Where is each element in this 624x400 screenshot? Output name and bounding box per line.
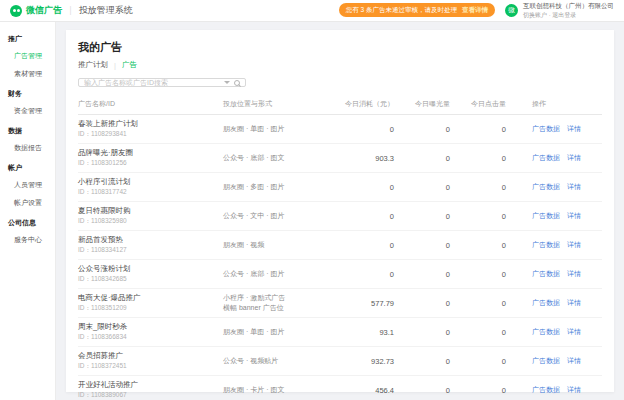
spend-cell: 932.73: [338, 357, 410, 366]
tab-campaigns[interactable]: 推广计划: [78, 60, 108, 70]
actions-cell: 广告数据详情: [522, 211, 602, 221]
search-box[interactable]: [78, 78, 246, 87]
click-cell: 0: [466, 270, 522, 279]
row-action-link[interactable]: 广告数据: [532, 386, 560, 393]
click-cell: 0: [466, 241, 522, 250]
row-action-link[interactable]: 详情: [567, 270, 581, 277]
row-action-link[interactable]: 广告数据: [532, 125, 560, 132]
sidebar-item[interactable]: 广告管理: [0, 47, 55, 65]
ad-name-link[interactable]: 开业好礼活动推广: [78, 380, 217, 390]
account-block[interactable]: 微 互联创想科技（广州）有限公司 切换账户 · 退出登录: [505, 2, 614, 19]
ad-name-link[interactable]: 公众号涨粉计划: [78, 264, 217, 274]
row-action-link[interactable]: 详情: [567, 125, 581, 132]
ad-id: ID：1108334127: [78, 246, 217, 255]
placement-cell: 小程序 · 激励式广告横幅 banner 广告位: [223, 293, 338, 313]
click-cell: 0: [466, 212, 522, 221]
ad-name-link[interactable]: 电商大促·爆品推广: [78, 293, 217, 303]
row-action-link[interactable]: 广告数据: [532, 212, 560, 219]
ad-name-link[interactable]: 品牌曝光·朋友圈: [78, 148, 217, 158]
tab-bar: 推广计划 | 广告: [78, 60, 602, 70]
ad-name-link[interactable]: 周末_限时秒杀: [78, 322, 217, 332]
notice-action-link[interactable]: 查看详情: [462, 6, 488, 15]
ad-cell: 夏日特惠限时购ID：1108325980: [78, 206, 223, 226]
click-cell: 0: [466, 154, 522, 163]
spend-cell: 0: [338, 125, 410, 134]
placement-line: 公众号 · 视频贴片: [223, 356, 332, 366]
column-header: 今日消耗（元）: [338, 99, 410, 109]
click-cell: 0: [466, 183, 522, 192]
ad-id: ID：1108325980: [78, 217, 217, 226]
page-title: 我的广告: [78, 40, 602, 55]
placement-line: 公众号 · 文中 · 图片: [223, 211, 332, 221]
row-action-link[interactable]: 广告数据: [532, 357, 560, 364]
sidebar-item[interactable]: 服务中心: [0, 231, 55, 249]
main-layout: 推广广告管理素材管理财务资金管理数据数据报告帐户人员管理帐户设置公司信息服务中心…: [0, 22, 624, 400]
actions-cell: 广告数据详情: [522, 298, 602, 308]
content-card: 我的广告 推广计划 | 广告 广告名称/ID投放位置与形式今日消耗（元）今日曝光…: [66, 30, 614, 392]
topbar-right: 您有 3 条广告未通过审核，请及时处理 查看详情 微 互联创想科技（广州）有限公…: [339, 2, 614, 19]
ad-name-link[interactable]: 夏日特惠限时购: [78, 206, 217, 216]
tab-ads[interactable]: 广告: [122, 60, 137, 70]
sidebar-section-header: 数据: [0, 120, 55, 139]
row-action-link[interactable]: 详情: [567, 386, 581, 393]
row-action-link[interactable]: 广告数据: [532, 154, 560, 161]
row-action-link[interactable]: 广告数据: [532, 241, 560, 248]
ad-name-link[interactable]: 会员招募推广: [78, 351, 217, 361]
sidebar: 推广广告管理素材管理财务资金管理数据数据报告帐户人员管理帐户设置公司信息服务中心: [0, 22, 56, 400]
ad-name-link[interactable]: 新品首发预热: [78, 235, 217, 245]
sidebar-section-header: 帐户: [0, 157, 55, 176]
sidebar-item[interactable]: 帐户设置: [0, 194, 55, 212]
ad-id: ID：1108389067: [78, 391, 217, 400]
exposure-cell: 0: [410, 125, 466, 134]
row-action-link[interactable]: 详情: [567, 183, 581, 190]
ad-name-link[interactable]: 小程序引流计划: [78, 177, 217, 187]
brand: 微信广告 ｜ 投放管理系统: [10, 4, 133, 17]
click-cell: 0: [466, 125, 522, 134]
column-header: 投放位置与形式: [223, 99, 338, 109]
row-action-link[interactable]: 详情: [567, 299, 581, 306]
table-row: 春装上新推广计划ID：1108293841朋友圈 · 单图 · 图片000广告数…: [78, 115, 602, 144]
column-header: 今日曝光量: [410, 99, 466, 109]
sidebar-section-header: 推广: [0, 28, 55, 47]
spend-cell: 903.3: [338, 154, 410, 163]
row-action-link[interactable]: 广告数据: [532, 270, 560, 277]
column-header: 广告名称/ID: [78, 99, 223, 109]
exposure-cell: 0: [410, 241, 466, 250]
table-row: 开业好礼活动推广ID：1108389067朋友圈 · 卡片 · 图文456.40…: [78, 376, 602, 400]
brand-product: 投放管理系统: [79, 4, 133, 17]
row-action-link[interactable]: 详情: [567, 241, 581, 248]
row-action-link[interactable]: 详情: [567, 328, 581, 335]
tab-divider: |: [114, 61, 116, 70]
click-cell: 0: [466, 299, 522, 308]
placement-line: 公众号 · 底部 · 图文: [223, 153, 332, 163]
account-avatar[interactable]: 微: [505, 4, 518, 17]
ad-id: ID：1108351209: [78, 304, 217, 313]
row-action-link[interactable]: 详情: [567, 154, 581, 161]
exposure-cell: 0: [410, 154, 466, 163]
account-info: 互联创想科技（广州）有限公司 切换账户 · 退出登录: [523, 2, 614, 19]
sidebar-item[interactable]: 人员管理: [0, 176, 55, 194]
placement-cell: 公众号 · 文中 · 图片: [223, 211, 338, 221]
chevron-down-icon[interactable]: [224, 81, 230, 84]
ad-name-link[interactable]: 春装上新推广计划: [78, 119, 217, 129]
sidebar-item[interactable]: 数据报告: [0, 139, 55, 157]
row-action-link[interactable]: 详情: [567, 357, 581, 364]
column-header: 今日点击量: [466, 99, 522, 109]
placement-line: 朋友圈 · 视频: [223, 240, 332, 250]
search-input[interactable]: [84, 79, 220, 86]
placement-cell: 朋友圈 · 视频: [223, 240, 338, 250]
placement-cell: 公众号 · 底部 · 图文: [223, 153, 338, 163]
row-action-link[interactable]: 广告数据: [532, 299, 560, 306]
ad-id: ID：1108301256: [78, 159, 217, 168]
row-action-link[interactable]: 广告数据: [532, 328, 560, 335]
account-meta-links[interactable]: 切换账户 · 退出登录: [523, 11, 614, 19]
row-action-link[interactable]: 详情: [567, 212, 581, 219]
placement-cell: 朋友圈 · 卡片 · 图文: [223, 385, 338, 395]
notice-banner: 您有 3 条广告未通过审核，请及时处理 查看详情: [339, 3, 495, 17]
placement-line: 公众号 · 底部 · 图片: [223, 269, 332, 279]
search-icon[interactable]: [234, 80, 240, 86]
sidebar-item[interactable]: 资金管理: [0, 102, 55, 120]
sidebar-item[interactable]: 素材管理: [0, 65, 55, 83]
exposure-cell: 0: [410, 357, 466, 366]
row-action-link[interactable]: 广告数据: [532, 183, 560, 190]
